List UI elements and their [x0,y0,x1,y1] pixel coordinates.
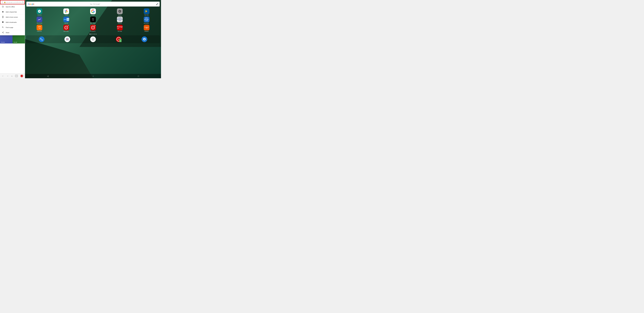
share-label: Share [6,32,10,33]
svg-marker-3 [146,10,147,12]
address-bar[interactable]: ⋮ 🔒 plus.google.com/collections/featured… [0,0,25,4]
verge-icon: theverge.com [117,25,123,30]
hangouts-icon [36,8,42,14]
verge-label: The Verge [118,31,122,32]
playconsole-label: Play Console [37,23,42,24]
facebook-icon: mobilefacebook.com [117,16,123,22]
app-instagram[interactable]: instagram.com Instagram [134,25,159,32]
url-domain: plus.google.com [6,1,15,3]
opera2-label: The Opera b.. [90,31,96,32]
card-follow-2[interactable]: FOLLOW [14,42,17,43]
svg-point-10 [93,39,93,39]
app-opera1[interactable]: O ! Opera (@op.. [54,25,79,32]
dock: O MINI [26,35,160,43]
svg-point-7 [93,38,93,39]
dock-contacts[interactable] [142,36,147,42]
awfw-icon: awfw.org [36,25,42,30]
app-playconsole[interactable]: Play Console [27,16,52,24]
svg-point-11 [94,39,94,39]
app-verge[interactable]: theverge.com The Verge [107,25,132,32]
calendar-icon: 31 31 [63,16,69,22]
google-label: Google [92,14,95,15]
recents-nav-button[interactable]: □ [138,75,139,77]
home-screen: Google Say "Ok Google" 🎤 Hangouts [25,0,161,78]
svg-point-14 [94,40,94,40]
bbc-label: BBC - Mobil.. [90,23,96,24]
dot-4 [94,34,95,34]
dock-opera-mini[interactable]: O MINI [116,36,122,42]
app-photos[interactable]: Photos [54,8,79,15]
svg-point-5 [67,39,68,40]
menu-dots-icon[interactable]: ⋮ [1,1,3,3]
bbc-icon: bbcco.uk [90,16,96,22]
bookmarks-item[interactable]: Add to bookmarks [0,20,25,25]
browser-bottom-nav: ← → ⌂ 3 [0,73,25,78]
url-display[interactable]: plus.google.com/collections/featured [6,1,22,3]
back-button[interactable]: ← [2,75,4,77]
google-icon [90,8,96,14]
google-mic-icon[interactable]: 🎤 [156,3,158,5]
playstore-label: Play Store [144,14,149,15]
bookmarks-label: Add to bookmarks [6,21,17,23]
save-offline-item[interactable]: Save for offline [0,4,25,9]
home-nav-button[interactable]: ○ [92,75,94,77]
speed-dial-icon [2,11,4,13]
dot-5 [96,34,96,34]
opera-menu-button[interactable] [20,75,23,77]
app-playstore[interactable]: Play Store [134,8,159,15]
share-item[interactable]: Share [0,30,25,35]
google-logo: Google [28,3,34,5]
share-icon [2,31,4,34]
instagram-label: Instagram [144,31,149,32]
refresh-icon[interactable]: ↻ [22,1,24,3]
app-awfw[interactable]: awfw.org A Well-Fed.. [27,25,52,32]
facebook-label: Facebook [118,23,122,24]
home-screen-item[interactable]: Add to home screen [0,15,25,20]
plusgoogle-icon: plusgoogle.com [144,16,150,22]
dot-1 [90,34,90,34]
home-button[interactable]: ⌂ [11,75,12,77]
app-hangouts[interactable]: Hangouts [27,8,52,15]
app-settings[interactable]: Settings [107,8,132,15]
find-page-icon [2,26,4,29]
opera2-icon: O ! [90,25,96,30]
url-path: /collections/featured [15,1,22,3]
app-grid: Hangouts Photos [25,7,161,33]
save-offline-label: Save for offline [6,6,15,7]
svg-point-9 [92,39,92,39]
forward-button[interactable]: → [7,75,8,77]
bookmarks-icon [2,21,4,23]
back-nav-button[interactable]: ◁ [47,75,48,77]
speed-dial-item[interactable]: Add to Speed Dial [0,9,25,15]
app-opera2[interactable]: O ! The Opera b.. [80,25,106,32]
dock-launcher[interactable] [90,36,96,42]
tabs-button[interactable]: 3 [15,75,18,77]
playstore-icon [144,8,150,14]
app-calendar[interactable]: 31 31 Calendar [54,16,79,24]
opera1-icon: O ! [63,25,69,30]
app-google[interactable]: Google [80,8,106,15]
photos-icon [63,8,69,14]
svg-point-6 [92,38,92,39]
card-follow-1[interactable]: FOLLOW [1,42,4,43]
ssl-lock-icon: 🔒 [4,1,6,3]
google-search-placeholder: Say "Ok Google" [35,3,155,5]
google-search-bar[interactable]: Google Say "Ok Google" 🎤 [26,2,160,6]
playconsole-icon [36,16,42,22]
dock-phone[interactable] [39,36,44,42]
app-bbc[interactable]: bbcco.uk BBC - Mobil.. [80,16,106,24]
app-facebook[interactable]: mobilefacebook.com Facebook [107,16,132,24]
hangouts-label: Hangouts [38,14,42,15]
awfw-label: A Well-Fed.. [37,31,42,32]
save-offline-icon [2,6,4,8]
speed-dial-label: Add to Speed Dial [6,11,17,13]
browser-panel: ⋮ 🔒 plus.google.com/collections/featured… [0,0,25,78]
home-screen-icon [2,16,4,18]
system-nav-bar: ◁ ○ □ [25,74,161,78]
app-plusgoogle[interactable]: plusgoogle.com plus.google.. [134,16,159,24]
instagram-icon: instagram.com [144,25,150,30]
photos-label: Photos [65,14,68,15]
dock-camera[interactable] [64,36,70,42]
dot-3 [92,34,94,34]
find-page-item[interactable]: Find in page [0,25,25,30]
